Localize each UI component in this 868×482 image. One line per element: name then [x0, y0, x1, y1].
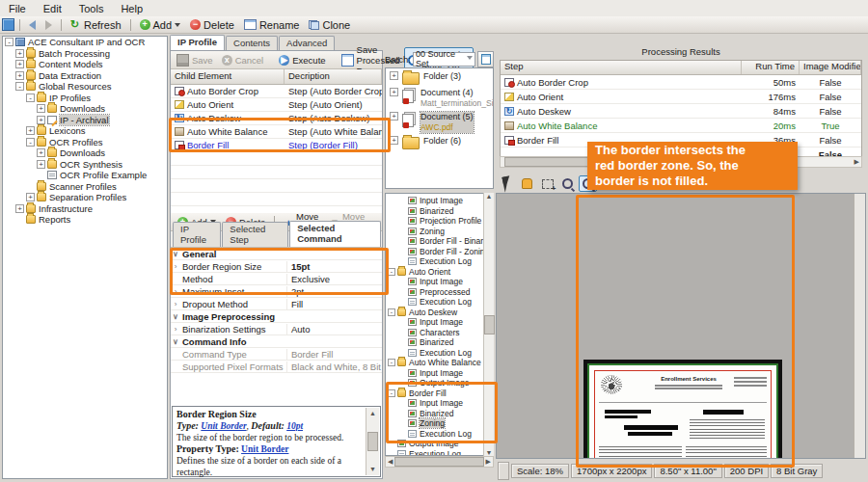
- expand-icon[interactable]: +: [37, 116, 45, 124]
- nav-tree-item-ocr-profiles[interactable]: -OCR Profiles: [3, 137, 167, 148]
- nav-tree-item-global-resources[interactable]: -Global Resources: [3, 81, 167, 93]
- results-row-auto-white-balance[interactable]: Auto White Balance20msTrue: [501, 119, 861, 133]
- column-description[interactable]: Decription: [285, 69, 382, 84]
- column-image-modified[interactable]: Image Modified: [800, 61, 861, 74]
- expand-icon[interactable]: +: [37, 148, 45, 157]
- property-value[interactable]: Auto: [286, 324, 382, 335]
- diagnostics-tree-vscrollbar[interactable]: ▲▼: [483, 193, 494, 456]
- menu-file[interactable]: File: [0, 2, 35, 15]
- diag-tree-item-preprocessed[interactable]: Preprocessed: [386, 287, 493, 298]
- nav-tree-item-lexicons[interactable]: +Lexicons: [3, 125, 167, 137]
- nav-tree-item-ip-profiles[interactable]: -IP Profiles: [3, 93, 167, 104]
- document-preview-area[interactable]: Enrollment Services: [496, 193, 866, 459]
- batch-combobox[interactable]: 00 Source Set: [413, 52, 475, 67]
- diag-tree-item-border-fill-binarized[interactable]: Border Fill - Binarized: [386, 236, 493, 247]
- scroll-thumb[interactable]: [394, 457, 483, 467]
- diag-tree-item-auto-deskew[interactable]: -Auto Deskew: [386, 308, 493, 318]
- scroll-thumb[interactable]: [484, 315, 495, 335]
- scroll-left-icon[interactable]: ◀: [388, 458, 393, 466]
- property-row-dropout-method[interactable]: ›Dropout MethodFill: [171, 298, 382, 310]
- help-type-link[interactable]: Unit Border: [201, 421, 246, 431]
- diag-tree-item-binarized[interactable]: Binarized: [386, 206, 493, 217]
- subtab-selected-command[interactable]: Selected Command: [289, 221, 381, 247]
- nav-tree-item-ocr-synthesis[interactable]: +OCR Synthesis: [3, 159, 167, 171]
- rename-button[interactable]: Rename: [240, 18, 304, 32]
- collapse-icon[interactable]: ∨: [171, 337, 180, 346]
- property-value[interactable]: Exclusive: [286, 274, 382, 284]
- column-run-time[interactable]: Run Time: [742, 61, 800, 74]
- expand-icon[interactable]: +: [15, 60, 24, 68]
- property-row-command-type[interactable]: Command TypeBorder Fill: [171, 348, 382, 361]
- scroll-down-icon[interactable]: ▼: [369, 464, 376, 475]
- property-category-general[interactable]: ∨General: [171, 248, 382, 260]
- pan-tool-button[interactable]: [518, 175, 536, 192]
- expand-icon[interactable]: +: [15, 204, 24, 213]
- expand-icon[interactable]: +: [26, 126, 35, 135]
- property-row-method[interactable]: MethodExclusive: [171, 273, 382, 285]
- diag-tree-item-binarized[interactable]: Binarized: [386, 409, 493, 419]
- scroll-thumb[interactable]: [367, 432, 378, 451]
- collapse-icon[interactable]: -: [26, 94, 35, 102]
- scroll-up-icon[interactable]: ▲: [486, 193, 493, 200]
- batch-tree-item-document-5-[interactable]: +Document (5)AWC.pdf: [386, 109, 493, 133]
- results-row-auto-deskew[interactable]: ↻Auto Deskew84msFalse: [501, 104, 861, 119]
- diag-tree-item-input-image[interactable]: Input Image: [386, 368, 493, 379]
- diag-tree-item-output-image[interactable]: Output Image: [386, 439, 493, 449]
- diag-tree-item-projection-profile[interactable]: Projection Profile: [386, 216, 493, 227]
- property-row-border-region-size[interactable]: ›Border Region Size15pt: [171, 260, 382, 273]
- diag-tree-item-input-image[interactable]: Input Image: [386, 277, 493, 287]
- subtab-selected-step[interactable]: Selected Step: [222, 222, 288, 247]
- batch-tree-item-document-4-[interactable]: +Document (4)Matt_termination_Signed.pdf: [386, 85, 493, 109]
- results-row-auto-border-crop[interactable]: Auto Border Crop50msFalse: [501, 75, 861, 90]
- scroll-right-icon[interactable]: ▶: [486, 458, 491, 466]
- batch-tree-item-folder-6-[interactable]: +Folder (6): [386, 133, 493, 149]
- child-element-row-auto-border-crop[interactable]: Auto Border CropStep (Auto Border Crop): [171, 85, 382, 98]
- expand-icon[interactable]: ›: [171, 287, 180, 296]
- refresh-button[interactable]: ↻Refresh: [67, 18, 125, 32]
- diag-tree-item-auto-white-balance[interactable]: -Auto White Balance: [386, 358, 493, 368]
- collapse-icon[interactable]: -: [5, 38, 14, 46]
- diag-tree-item-border-fill-zoning[interactable]: Border Fill - Zoning: [386, 247, 493, 257]
- property-category-command-info[interactable]: ∨Command Info: [171, 335, 382, 348]
- batch-tree-item-folder-3-[interactable]: +Folder (3): [386, 68, 493, 85]
- expand-icon[interactable]: ›: [171, 300, 180, 308]
- expand-icon[interactable]: ›: [171, 262, 180, 271]
- diag-tree-item-execution-log[interactable]: Execution Log: [386, 429, 493, 440]
- expand-icon[interactable]: +: [390, 71, 398, 80]
- collapse-icon[interactable]: -: [26, 138, 35, 147]
- diag-tree-item-execution-log[interactable]: Execution Log: [386, 449, 493, 457]
- cancel-button[interactable]: xCancel: [218, 53, 268, 67]
- help-ptype-link[interactable]: Unit Border: [241, 444, 288, 454]
- add-button[interactable]: +Add: [136, 18, 185, 32]
- expand-icon[interactable]: +: [37, 104, 45, 113]
- help-default-link[interactable]: 10pt: [286, 421, 303, 431]
- scroll-up-icon[interactable]: ▲: [369, 408, 376, 419]
- collapse-icon[interactable]: -: [388, 308, 395, 316]
- diag-tree-item-zoning[interactable]: Zoning: [386, 418, 493, 429]
- preview-vscrollbar[interactable]: [854, 194, 865, 458]
- diag-tree-item-zoning[interactable]: Zoning: [386, 227, 493, 237]
- property-value[interactable]: 2pt: [286, 286, 382, 297]
- pointer-tool-button[interactable]: [498, 175, 516, 192]
- child-element-row-auto-white-balance[interactable]: Auto White BalanceStep (Auto White Balan…: [171, 125, 382, 139]
- property-value[interactable]: Fill: [286, 299, 382, 309]
- collapse-icon[interactable]: -: [388, 359, 395, 366]
- child-element-row-auto-deskew[interactable]: ↻Auto DeskewStep (Auto Deskew): [171, 112, 382, 125]
- zoom-tool-button[interactable]: [558, 175, 577, 192]
- property-value[interactable]: 15pt: [286, 261, 382, 272]
- diag-tree-item-input-image[interactable]: Input Image: [386, 398, 493, 409]
- expand-icon[interactable]: +: [15, 71, 24, 80]
- property-value[interactable]: Black and White, 8 Bit Grayscale: [286, 362, 382, 372]
- diag-tree-item-input-image[interactable]: Input Image: [386, 317, 493, 328]
- execute-button[interactable]: ▶Execute: [275, 53, 329, 67]
- menu-help[interactable]: Help: [112, 2, 151, 15]
- diag-tree-item-characters[interactable]: Characters: [386, 328, 493, 338]
- results-row-auto-orient[interactable]: Auto Orient176msFalse: [501, 90, 861, 104]
- save-button[interactable]: Save: [173, 52, 217, 68]
- collapse-icon[interactable]: ∨: [171, 250, 180, 258]
- expand-icon[interactable]: ›: [171, 325, 180, 334]
- expand-icon[interactable]: +: [390, 112, 398, 120]
- nav-tree-item-ip-archival[interactable]: +IP - Archival: [3, 115, 167, 126]
- nav-tree-item-ocr-profile-example[interactable]: OCR Profile Example: [3, 170, 167, 181]
- column-child-element[interactable]: Child Element: [171, 69, 285, 84]
